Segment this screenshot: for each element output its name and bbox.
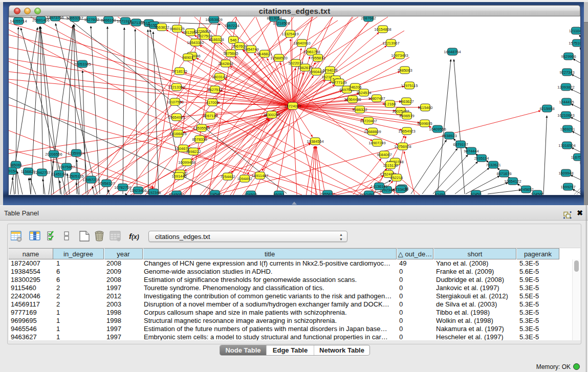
svg-text:724540: 724540 <box>208 192 221 195</box>
svg-text:10688609: 10688609 <box>364 129 381 134</box>
svg-text:12213967: 12213967 <box>382 41 399 46</box>
svg-text:417006: 417006 <box>206 100 219 105</box>
svg-text:16099488: 16099488 <box>178 160 195 165</box>
svg-text:9227343: 9227343 <box>559 70 574 75</box>
svg-text:10807487: 10807487 <box>368 96 385 101</box>
svg-text:17957223: 17957223 <box>82 178 99 182</box>
svg-text:1691445: 1691445 <box>171 174 186 179</box>
svg-text:9777169: 9777169 <box>332 80 346 85</box>
svg-text:20206556: 20206556 <box>45 152 62 157</box>
svg-text:8938923: 8938923 <box>442 134 456 138</box>
svg-text:2496579: 2496579 <box>399 114 414 118</box>
svg-text:16053809: 16053809 <box>205 17 222 22</box>
svg-text:7986322: 7986322 <box>352 107 367 112</box>
svg-text:10107553: 10107553 <box>166 100 183 104</box>
svg-text:95051: 95051 <box>274 192 285 195</box>
svg-text:9146821: 9146821 <box>257 52 272 56</box>
svg-text:546: 546 <box>230 38 237 42</box>
svg-text:16154808: 16154808 <box>374 27 391 32</box>
svg-text:98901: 98901 <box>183 55 193 60</box>
svg-text:39154: 39154 <box>9 169 17 173</box>
svg-text:9084067: 9084067 <box>377 152 391 157</box>
svg-text:3624534: 3624534 <box>356 91 371 95</box>
svg-text:9960125: 9960125 <box>169 27 184 31</box>
svg-text:92450: 92450 <box>471 192 482 195</box>
svg-text:(x): (x) <box>132 233 139 240</box>
svg-text:10756928: 10756928 <box>394 144 411 149</box>
svg-text:92450: 92450 <box>435 192 446 195</box>
svg-text:13325419: 13325419 <box>281 32 298 36</box>
svg-text:1599297: 1599297 <box>560 185 575 189</box>
svg-text:7632621: 7632621 <box>486 163 500 167</box>
svg-text:7955812: 7955812 <box>310 56 325 60</box>
svg-text:1244415: 1244415 <box>559 100 574 104</box>
svg-text:10653287: 10653287 <box>66 16 83 20</box>
svg-text:10654122: 10654122 <box>504 179 521 184</box>
svg-text:3498222: 3498222 <box>186 149 201 154</box>
svg-text:9699695: 9699695 <box>417 121 432 126</box>
svg-text:924565: 924565 <box>531 192 543 195</box>
svg-text:6 2160: 6 2160 <box>384 102 396 106</box>
svg-text:924505: 924505 <box>244 192 257 195</box>
svg-text:8578335: 8578335 <box>192 137 207 142</box>
svg-text:7485063: 7485063 <box>397 68 412 73</box>
svg-text:9245652: 9245652 <box>518 187 533 192</box>
svg-text:1733426: 1733426 <box>393 187 408 192</box>
svg-text:17975115: 17975115 <box>401 83 418 88</box>
svg-text:10958107: 10958107 <box>98 181 115 186</box>
svg-text:19218506: 19218506 <box>273 21 290 26</box>
svg-text:8471676: 8471676 <box>496 171 511 176</box>
svg-text:1990448: 1990448 <box>309 70 323 74</box>
svg-text:18973796: 18973796 <box>47 16 63 20</box>
svg-text:92450: 92450 <box>364 192 375 195</box>
svg-text:15720407: 15720407 <box>360 119 377 123</box>
svg-text:16210643: 16210643 <box>557 113 574 118</box>
svg-text:8454749: 8454749 <box>244 47 258 52</box>
svg-text:6466160: 6466160 <box>101 18 116 23</box>
svg-text:1569291: 1569291 <box>560 127 575 132</box>
svg-text:2842848: 2842848 <box>218 61 233 66</box>
svg-text:10973493: 10973493 <box>391 53 408 58</box>
svg-text:16648764: 16648764 <box>444 50 461 54</box>
svg-text:2935114: 2935114 <box>474 156 489 161</box>
svg-text:11923466: 11923466 <box>130 188 147 193</box>
svg-text:1145194: 1145194 <box>52 172 67 177</box>
svg-text:12213350: 12213350 <box>168 85 185 90</box>
svg-text:16409556: 16409556 <box>429 127 446 132</box>
svg-text:12093822: 12093822 <box>557 85 574 90</box>
svg-text:9463627: 9463627 <box>399 99 413 104</box>
svg-text:8215958: 8215958 <box>539 106 554 111</box>
svg-text:9474444: 9474444 <box>464 149 478 154</box>
svg-text:2718170: 2718170 <box>172 69 187 74</box>
svg-text:8186328: 8186328 <box>209 37 224 42</box>
svg-text:12942737: 12942737 <box>33 170 50 175</box>
svg-text:10961758: 10961758 <box>303 50 320 54</box>
svg-text:6379197: 6379197 <box>453 142 468 147</box>
svg-text:1615132: 1615132 <box>383 163 398 168</box>
svg-text:8267110: 8267110 <box>203 114 218 118</box>
svg-text:10975867: 10975867 <box>58 165 75 169</box>
svg-text:5875685: 5875685 <box>223 51 238 56</box>
svg-text:18907249: 18907249 <box>368 141 385 145</box>
svg-text:18640910: 18640910 <box>293 41 310 46</box>
svg-text:19166825: 19166825 <box>169 132 186 136</box>
svg-text:17588520: 17588520 <box>270 56 287 60</box>
svg-text:7663822: 7663822 <box>154 25 169 30</box>
svg-text:385061: 385061 <box>9 163 22 167</box>
svg-text:1094492: 1094492 <box>237 177 252 181</box>
svg-text:17016504: 17016504 <box>558 143 575 148</box>
svg-text:1167533: 1167533 <box>571 155 580 160</box>
svg-text:16543382: 16543382 <box>187 40 204 45</box>
svg-text:7254402: 7254402 <box>220 174 235 179</box>
svg-text:2087682: 2087682 <box>361 16 376 20</box>
svg-text:8427512: 8427512 <box>207 87 222 92</box>
svg-text:9115460: 9115460 <box>418 105 433 110</box>
svg-text:1192346: 1192346 <box>146 190 161 195</box>
svg-text:1609948: 1609948 <box>558 171 573 176</box>
svg-text:16782759: 16782759 <box>114 185 131 190</box>
svg-text:17359924: 17359924 <box>68 151 84 156</box>
svg-text:15751074: 15751074 <box>569 41 580 46</box>
svg-text:14136141: 14136141 <box>371 184 387 189</box>
svg-text:19384554: 19384554 <box>307 139 323 144</box>
svg-text:7357224: 7357224 <box>224 24 239 28</box>
